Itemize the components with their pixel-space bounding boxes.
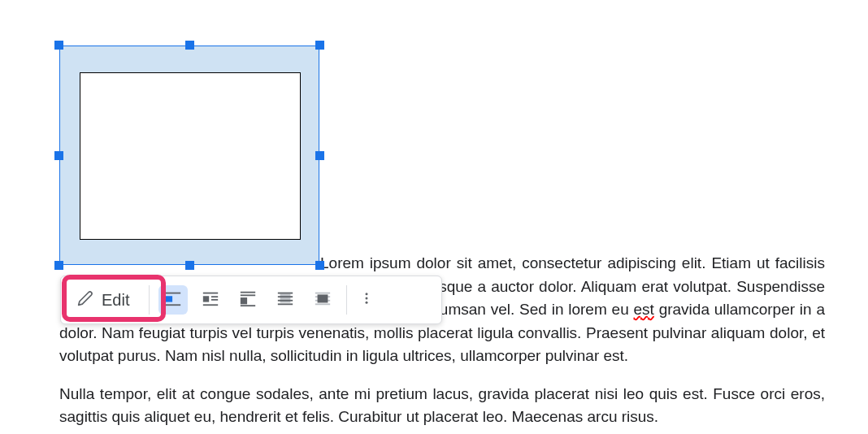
edit-label: Edit [102, 291, 129, 310]
resize-handle-middle-right[interactable] [315, 151, 324, 160]
svg-rect-21 [318, 294, 328, 302]
svg-rect-2 [166, 304, 180, 306]
behind-text-button[interactable] [271, 285, 300, 315]
inline-wrap-button[interactable] [158, 285, 188, 315]
resize-handle-bottom-left[interactable] [54, 261, 63, 270]
resize-handle-bottom-middle[interactable] [185, 261, 194, 270]
svg-rect-1 [166, 296, 172, 302]
front-text-icon [314, 289, 332, 311]
svg-rect-20 [315, 303, 330, 305]
svg-rect-13 [278, 292, 293, 293]
svg-rect-9 [241, 294, 255, 296]
svg-rect-14 [278, 296, 293, 297]
svg-rect-6 [211, 298, 218, 300]
more-options-button[interactable] [354, 285, 380, 315]
svg-rect-7 [203, 304, 218, 306]
svg-rect-3 [203, 292, 218, 293]
paragraph-2: Nulla tempor, elit at congue sodales, an… [59, 383, 825, 429]
drawing-inner-rect [80, 72, 301, 240]
svg-rect-16 [278, 303, 293, 305]
svg-rect-11 [241, 305, 255, 306]
svg-rect-5 [211, 296, 218, 297]
selected-drawing-object[interactable] [59, 46, 319, 265]
svg-rect-17 [315, 292, 330, 293]
svg-point-23 [366, 297, 368, 299]
image-options-toolbar: Edit [60, 276, 442, 324]
wrap-text-button[interactable] [196, 285, 225, 315]
pencil-icon [77, 290, 93, 310]
svg-rect-12 [280, 293, 291, 302]
break-text-icon [239, 289, 257, 311]
resize-handle-middle-left[interactable] [54, 151, 63, 160]
inline-wrap-icon [164, 289, 182, 311]
svg-rect-10 [241, 297, 247, 304]
wrap-text-icon [202, 289, 219, 311]
svg-rect-8 [241, 291, 255, 293]
break-text-button[interactable] [233, 285, 263, 315]
spelling-error[interactable]: est [634, 301, 654, 318]
resize-handle-bottom-right[interactable] [315, 261, 324, 270]
resize-handle-top-right[interactable] [315, 41, 324, 50]
edit-button[interactable]: Edit [64, 284, 144, 317]
behind-text-icon [276, 289, 294, 311]
svg-rect-0 [166, 292, 180, 293]
in-front-text-button[interactable] [308, 285, 337, 315]
more-options-icon [359, 291, 374, 310]
resize-handle-top-left[interactable] [54, 41, 63, 50]
svg-rect-15 [278, 299, 293, 301]
svg-point-24 [366, 301, 368, 303]
separator [149, 285, 150, 315]
separator [346, 285, 347, 315]
svg-point-22 [366, 293, 368, 295]
resize-handle-top-middle[interactable] [185, 41, 194, 50]
svg-rect-4 [203, 296, 209, 302]
